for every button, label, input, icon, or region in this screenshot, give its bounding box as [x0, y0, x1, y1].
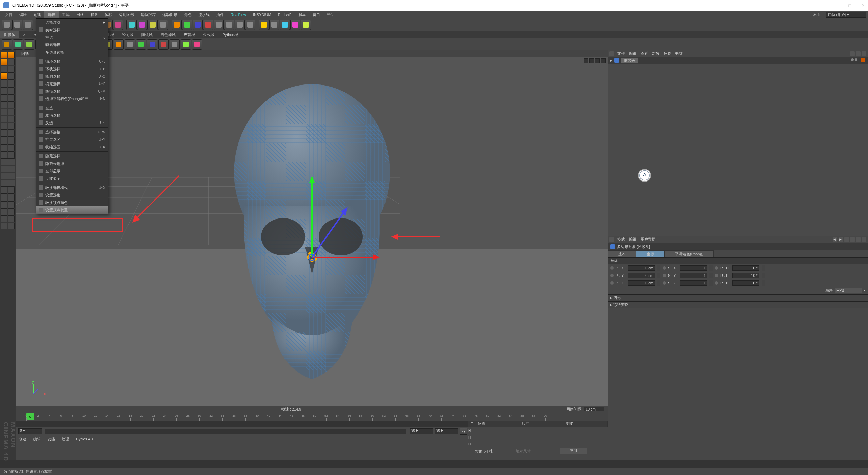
attr-up-icon[interactable]	[844, 237, 849, 242]
palette-tool[interactable]	[8, 94, 15, 101]
shelf-tab[interactable]: 图像体	[0, 31, 19, 38]
material-menu-item[interactable]: 功能	[47, 437, 55, 442]
property-tab[interactable]: 平滑着色(Phong)	[665, 250, 714, 257]
palette-tool[interactable]	[8, 59, 15, 65]
om-menu-item[interactable]: 对象	[652, 51, 659, 56]
shelf-tab[interactable]: 着色器域	[157, 31, 180, 38]
palette-tool[interactable]	[8, 187, 15, 194]
material-menu-item[interactable]: 编辑	[33, 437, 41, 442]
menu-体积[interactable]: 体积	[101, 11, 116, 18]
om-filter-icon[interactable]	[862, 51, 866, 56]
palette-tool[interactable]	[1, 208, 7, 215]
viewport-icon[interactable]	[584, 58, 588, 63]
toolbar-button[interactable]	[193, 20, 203, 30]
palette-tool[interactable]	[8, 151, 15, 158]
palette-tool[interactable]	[8, 73, 15, 80]
om-search-icon[interactable]	[850, 51, 855, 56]
maximize-button[interactable]: ▢	[848, 3, 851, 8]
palette-tool[interactable]	[1, 201, 7, 208]
toolbar-button[interactable]	[113, 20, 123, 30]
pos-field[interactable]: 0 cm	[628, 280, 655, 286]
palette-tool[interactable]	[1, 52, 7, 58]
palette-tool[interactable]	[1, 223, 7, 229]
om-menu-item[interactable]: 文件	[617, 51, 625, 56]
rot-field[interactable]: 0 °	[732, 280, 760, 286]
toolbar-button[interactable]	[147, 20, 158, 30]
menu-角色[interactable]: 角色	[181, 11, 195, 18]
rot-field[interactable]: 0 °	[732, 265, 760, 271]
attr-menu-item[interactable]: 模式	[617, 237, 625, 242]
palette-tool[interactable]	[8, 123, 15, 130]
menu-item[interactable]: 设置选集	[36, 191, 108, 199]
tool-button[interactable]	[147, 39, 157, 50]
playback-button[interactable]: ⏮	[460, 428, 467, 435]
tool-button[interactable]	[125, 39, 135, 50]
property-tab[interactable]: 坐标	[636, 250, 665, 257]
menu-item[interactable]: 框选0	[36, 34, 108, 41]
frame-end-field[interactable]: 90 F	[410, 428, 433, 434]
palette-tool[interactable]	[1, 180, 15, 187]
palette-tool[interactable]	[1, 137, 7, 144]
toolbar-button[interactable]	[224, 20, 234, 30]
menu-item[interactable]: 转换选择模式U~X	[36, 184, 108, 191]
menu-item[interactable]: 收缩选区U~K	[36, 143, 108, 151]
toolbar-button[interactable]	[301, 20, 311, 30]
menu-item[interactable]: 隐藏未选择	[36, 160, 108, 167]
menu-编辑[interactable]: 编辑	[16, 11, 30, 18]
palette-tool[interactable]	[8, 215, 15, 222]
om-view-icon[interactable]	[856, 51, 861, 56]
object-name[interactable]: 骷髅头	[621, 58, 638, 63]
menu-工具[interactable]: 工具	[59, 11, 73, 18]
attr-nav-icon[interactable]: ►	[839, 237, 843, 242]
palette-tool[interactable]	[8, 144, 15, 151]
menu-流水线[interactable]: 流水线	[195, 11, 213, 18]
menu-item[interactable]: 环状选择U~B	[36, 65, 108, 73]
toolbar-button[interactable]	[203, 20, 213, 30]
pos-field[interactable]: 0 cm	[628, 265, 655, 271]
palette-tool[interactable]	[1, 130, 7, 137]
attr-menu-item[interactable]: 编辑	[629, 237, 636, 242]
attr-nav-icon[interactable]: ◄	[833, 237, 837, 242]
menu-item[interactable]: 轮廓选择U~Q	[36, 73, 108, 80]
menu-item[interactable]: 设置顶点权重...	[36, 206, 108, 214]
om-menu-item[interactable]: 标签	[664, 51, 671, 56]
toolbar-button[interactable]	[2, 20, 12, 30]
quaternion-section[interactable]: ▸ 四元	[608, 294, 868, 301]
shelf-tab[interactable]: 随机域	[137, 31, 157, 38]
tool-button[interactable]	[13, 39, 23, 50]
om-icon[interactable]	[609, 51, 614, 56]
menu-文件[interactable]: 文件	[2, 11, 16, 18]
palette-tool[interactable]	[8, 52, 15, 58]
menu-item[interactable]: 扩展选区U~Y	[36, 136, 108, 143]
viewport-icon[interactable]	[589, 58, 594, 63]
shelf-tab[interactable]: 声音域	[180, 31, 199, 38]
palette-tool[interactable]	[1, 109, 7, 115]
menu-item[interactable]: 反选U~I	[36, 119, 108, 127]
palette-tool[interactable]	[1, 194, 7, 201]
palette-tool[interactable]	[8, 208, 15, 215]
om-menu-item[interactable]: 编辑	[629, 51, 636, 56]
timeline-ruler[interactable]: 0 02468101214161820222426283032343638404…	[16, 413, 608, 421]
palette-tool[interactable]	[1, 166, 15, 172]
menu-item[interactable]: 全选	[36, 104, 108, 112]
menu-窗口[interactable]: 窗口	[309, 11, 323, 18]
om-menu-item[interactable]: 书签	[675, 51, 683, 56]
material-menu-item[interactable]: 创建	[19, 437, 26, 442]
palette-tool[interactable]	[1, 87, 7, 94]
tool-button[interactable]	[24, 39, 34, 50]
menu-运动图形[interactable]: 运动图形	[116, 11, 137, 18]
toolbar-button[interactable]	[182, 20, 192, 30]
menu-运动跟踪[interactable]: 运动跟踪	[137, 11, 159, 18]
material-menu-item[interactable]: 纹理	[62, 437, 69, 442]
tool-button[interactable]	[136, 39, 146, 50]
palette-tool[interactable]	[8, 137, 15, 144]
attr-icon[interactable]	[609, 237, 614, 242]
menu-INSYDIUM[interactable]: INSYDIUM	[250, 11, 275, 18]
attr-view-icon[interactable]	[856, 237, 861, 242]
timeline-scrollbar[interactable]	[45, 429, 406, 434]
toolbar-button[interactable]	[259, 20, 269, 30]
frame-start-field[interactable]: 0 F	[18, 428, 42, 434]
tool-button[interactable]	[192, 39, 202, 50]
palette-tool[interactable]	[8, 66, 15, 73]
tool-button[interactable]	[158, 39, 169, 50]
